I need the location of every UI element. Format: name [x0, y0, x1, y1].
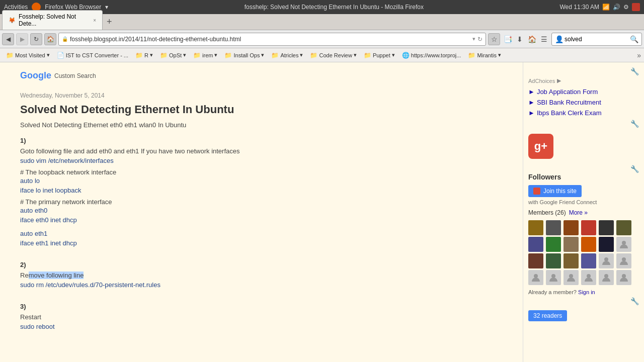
ad1-arrow: ►	[528, 88, 535, 96]
window-close-btn[interactable]	[632, 3, 640, 11]
tab-label: Fosshelp: Solved Not Dete...	[19, 13, 90, 27]
followers-wrench-icon[interactable]: 🔧	[630, 297, 639, 305]
forward-btn[interactable]: ▶	[16, 33, 28, 45]
member-avatar-4[interactable]	[581, 220, 596, 235]
home-icon-btn[interactable]: 🏠	[526, 34, 537, 45]
ads-wrench-icon[interactable]: 🔧	[630, 120, 639, 128]
url-dropdown[interactable]: ▾	[472, 36, 475, 42]
member-avatar-22[interactable]	[581, 270, 596, 285]
bookmark-star-btn[interactable]: ☆	[488, 33, 500, 45]
member-avatar-6[interactable]	[616, 220, 631, 235]
nav-bar: ◀ ▶ ↻ 🏠 🔒 fosshelp.blogspot.in/2014/11/n…	[0, 30, 644, 48]
bookmark-install-ops[interactable]: 📁 Install Ops ▾	[221, 51, 267, 60]
gplus-wrench-icon[interactable]: 🔧	[630, 165, 639, 173]
member-avatar-19[interactable]	[528, 270, 543, 285]
readers-btn[interactable]: 32 readers	[528, 310, 567, 321]
bookmark-torproj[interactable]: 🌐 https://www.torproj...	[399, 51, 464, 60]
step3-code1: sudo reboot	[20, 323, 513, 330]
system-tray: Wed 11:30 AM 📶 🔊 ⚙	[560, 3, 640, 11]
new-tab-btn[interactable]: +	[103, 14, 116, 30]
step1-header: 1)	[20, 137, 513, 144]
opst-arrow: ▾	[183, 52, 186, 58]
url-text[interactable]: fosshelp.blogspot.in/2014/11/not-detecti…	[70, 36, 241, 43]
svg-point-4	[551, 274, 555, 278]
code-review-arrow: ▾	[354, 52, 357, 58]
custom-search-label: Custom Search	[54, 72, 96, 79]
bookmark-irem[interactable]: 📁 irem ▾	[190, 51, 220, 60]
tab-close-btn[interactable]: ×	[93, 18, 96, 23]
settings-icon[interactable]: ⚙	[623, 4, 629, 11]
activities-menu[interactable]: Activities	[4, 4, 28, 11]
volume-icon: 🔊	[613, 4, 620, 11]
refresh-url-icon[interactable]: ↻	[477, 36, 482, 43]
member-avatar-9[interactable]	[564, 237, 579, 252]
bookmark-list-btn[interactable]: 📑	[502, 34, 513, 45]
member-avatar-11[interactable]	[599, 237, 614, 252]
sidebar-wrench-icon[interactable]: 🔧	[630, 67, 639, 75]
bookmark-r[interactable]: 📁 R ▾	[132, 51, 156, 60]
search-bar[interactable]: 👤 solved 🔍	[551, 33, 642, 46]
step1-code1: sudo vim /etc/network/interfaces	[20, 157, 513, 164]
member-avatar-16[interactable]	[581, 253, 596, 268]
ad1-text[interactable]: Job Application Form	[537, 88, 598, 96]
google-friend-text: with Google Friend Connect	[528, 199, 639, 205]
svg-point-8	[622, 274, 626, 278]
ad-link-3[interactable]: ► Ibps Bank Clerk Exam	[528, 109, 639, 117]
atricles-icon: 📁	[271, 52, 279, 59]
ad-choices: AdChoices ▶	[528, 77, 639, 84]
active-tab[interactable]: 🦊 Fosshelp: Solved Not Dete... ×	[2, 10, 103, 30]
r-icon: 📁	[135, 52, 143, 59]
search-value[interactable]: solved	[565, 36, 629, 43]
sign-in-link[interactable]: Sign in	[578, 289, 595, 295]
datetime: Wed 11:30 AM	[560, 4, 600, 11]
member-avatar-10[interactable]	[581, 237, 596, 252]
address-bar[interactable]: 🔒 fosshelp.blogspot.in/2014/11/not-detec…	[58, 33, 486, 46]
bookmark-code-review[interactable]: 📁 Code Review ▾	[307, 51, 359, 60]
step2-code1: sudo rm /etc/udev/rules.d/70-persistent-…	[20, 281, 513, 289]
home-btn[interactable]: 🏠	[44, 33, 56, 45]
ad-link-2[interactable]: ► SBI Bank Recruitment	[528, 99, 639, 106]
member-avatar-24[interactable]	[616, 270, 631, 285]
member-avatar-20[interactable]	[546, 270, 561, 285]
member-avatar-8[interactable]	[546, 237, 561, 252]
blog-subtitle: Solved Not Detecting Ethernet eth0 eth1 …	[20, 121, 513, 129]
member-avatar-7[interactable]	[528, 237, 543, 252]
blog-title: Solved Not Detecting Ethernet In Ubuntu	[20, 103, 513, 116]
member-avatar-17[interactable]	[599, 253, 614, 268]
gplus-icon: g+	[534, 140, 547, 153]
hamburger-menu-btn[interactable]: ☰	[538, 34, 549, 45]
member-avatar-23[interactable]	[599, 270, 614, 285]
bookmark-mirantis[interactable]: 📁 Mirantis ▾	[465, 51, 504, 60]
blog-date: Wednesday, November 5, 2014	[20, 92, 513, 99]
bookmark-opst[interactable]: 📁 OpSt ▾	[157, 51, 189, 60]
member-avatar-14[interactable]	[546, 253, 561, 268]
google-plus-btn[interactable]: g+	[528, 134, 553, 159]
most-visited-icon: 📁	[6, 52, 14, 59]
join-btn[interactable]: Join this site	[528, 185, 582, 197]
ad2-text[interactable]: SBI Bank Recruitment	[537, 99, 601, 106]
window-title: fosshelp: Solved Not Detecting Ethernet …	[108, 4, 559, 11]
member-avatar-18[interactable]	[616, 253, 631, 268]
more-link[interactable]: More »	[569, 209, 588, 216]
member-avatar-15[interactable]	[564, 253, 579, 268]
member-avatar-3[interactable]	[564, 220, 579, 235]
svg-point-7	[604, 274, 608, 278]
member-avatar-12[interactable]	[616, 237, 631, 252]
ad-link-1[interactable]: ► Job Application Form	[528, 88, 639, 96]
member-avatar-21[interactable]	[564, 270, 579, 285]
refresh-btn[interactable]: ↻	[30, 33, 42, 45]
member-avatar-2[interactable]	[546, 220, 561, 235]
bookmark-atricles[interactable]: 📁 Atricles ▾	[268, 51, 306, 60]
ad3-text[interactable]: Ibps Bank Clerk Exam	[537, 109, 602, 117]
bookmark-ist-cst[interactable]: 📄 IST to CST Converter - ...	[54, 51, 131, 60]
back-btn[interactable]: ◀	[2, 33, 14, 45]
bookmark-most-visited[interactable]: 📁 Most Visited ▾	[3, 51, 53, 60]
member-avatar-5[interactable]	[599, 220, 614, 235]
adchoices-icon[interactable]: ▶	[557, 77, 561, 84]
member-avatar-13[interactable]	[528, 253, 543, 268]
search-btn[interactable]: 🔍	[630, 35, 638, 43]
bookmarks-overflow[interactable]: »	[637, 51, 641, 59]
download-btn[interactable]: ⬇	[514, 34, 525, 45]
bookmark-puppet[interactable]: 📁 Puppet ▾	[361, 51, 398, 60]
member-avatar-1[interactable]	[528, 220, 543, 235]
